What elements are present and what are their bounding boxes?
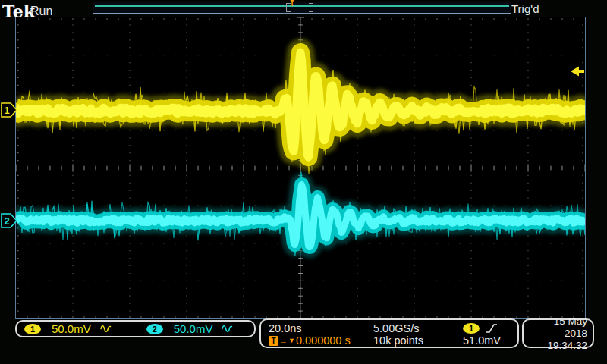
trigger-level-value: 51.0mV [463, 334, 501, 347]
trigger-position-bar-icon[interactable]: T [286, 2, 298, 12]
window-bracket-right-icon [309, 3, 313, 12]
right-arrow-icon: → [279, 336, 288, 345]
channel2-marker-label: 2 [4, 215, 9, 227]
channel1-ac-coupling-icon [100, 324, 112, 334]
channel1-scale: 50.0mV [52, 322, 91, 335]
time-label: 19:34:32 [529, 340, 587, 352]
channel2-ac-coupling-icon [222, 324, 233, 334]
record-length: 10k points [373, 334, 463, 347]
trigger-level-arrow-icon[interactable] [570, 66, 584, 77]
trigger-readout-row: T → ▼ 0.000000 s 10k points 51.0mV [269, 334, 511, 347]
date-label: 15 May 2018 [529, 315, 587, 340]
channel1-badge[interactable]: 1 [24, 324, 41, 334]
sample-rate: 5.00GS/s [373, 322, 463, 334]
rising-edge-slope-icon [486, 323, 498, 334]
datetime-box: 15 May 2018 19:34:32 [522, 318, 594, 348]
oscilloscope-screen: Tek Run T Trig'd T 1 2 1 [0, 0, 607, 364]
graticule [15, 17, 586, 319]
channel-readout-box[interactable]: 1 50.0mV 2 50.0mV [15, 320, 256, 337]
acquisition-preview-line [95, 5, 509, 7]
horizontal-readout-row: 20.0ns 5.00GS/s 1 [269, 322, 511, 334]
down-arrow-icon [289, 0, 295, 16]
trigger-t-icon: T [269, 336, 278, 346]
channel1-marker[interactable]: 1 [1, 102, 17, 118]
acquisition-position-bar[interactable]: T [93, 2, 511, 14]
channel2-scale: 50.0mV [174, 322, 213, 335]
channel1-marker-label: 1 [4, 105, 9, 116]
trigger-delay-value: 0.000000 s [296, 334, 351, 347]
waveform-display [16, 17, 585, 318]
trigger-status: Trig'd [511, 2, 539, 15]
channel2-badge[interactable]: 2 [146, 324, 163, 334]
delay-marker-icon: ▼ [288, 337, 295, 344]
time-per-division: 20.0ns [269, 322, 373, 334]
channel2-marker[interactable]: 2 [1, 212, 17, 229]
horizontal-trigger-readout-box[interactable]: 20.0ns 5.00GS/s 1 T → ▼ 0.000000 s 10k p… [259, 318, 519, 348]
trigger-source-badge[interactable]: 1 [463, 323, 480, 334]
